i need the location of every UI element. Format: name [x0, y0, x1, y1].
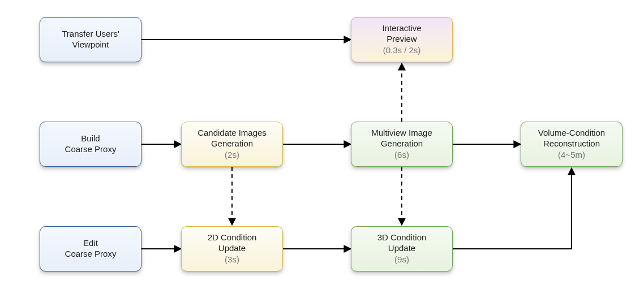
node-label: Build Coarse Proxy: [65, 133, 117, 155]
node-subtitle: (9s): [394, 254, 409, 265]
node-transfer-viewpoint: Transfer Users' Viewpoint: [40, 17, 141, 62]
node-subtitle: (3s): [225, 254, 239, 265]
flow-diagram: Transfer Users' Viewpoint Interactive Pr…: [0, 0, 644, 302]
node-label: Multiview Image Generation: [371, 128, 432, 149]
node-label: Volume-Condition Reconstruction: [538, 128, 605, 149]
node-edit-coarse-proxy: Edit Coarse Proxy: [40, 226, 141, 271]
node-volume-condition-reconstruction: Volume-Condition Reconstruction (4~5m): [521, 122, 622, 167]
node-subtitle: (4~5m): [558, 150, 585, 161]
node-label: Candidate Images Generation: [198, 128, 267, 149]
node-interactive-preview: Interactive Preview (0.3s / 2s): [351, 17, 453, 62]
node-label: Edit Coarse Proxy: [65, 238, 117, 260]
node-2d-condition-update: 2D Condition Update (3s): [181, 226, 283, 271]
node-subtitle: (0.3s / 2s): [383, 45, 421, 56]
node-candidate-images-generation: Candidate Images Generation (2s): [181, 122, 283, 167]
node-subtitle: (2s): [225, 150, 239, 161]
node-multiview-image-generation: Multiview Image Generation (6s): [351, 122, 453, 167]
node-3d-condition-update: 3D Condition Update (9s): [351, 226, 453, 271]
node-build-coarse-proxy: Build Coarse Proxy: [40, 122, 141, 167]
node-label: Transfer Users' Viewpoint: [62, 29, 119, 50]
edge-3d-to-volume: [453, 168, 572, 249]
node-label: 2D Condition Update: [208, 232, 257, 254]
node-label: Interactive Preview: [382, 23, 421, 45]
node-subtitle: (6s): [394, 150, 409, 161]
node-label: 3D Condition Update: [377, 232, 427, 254]
